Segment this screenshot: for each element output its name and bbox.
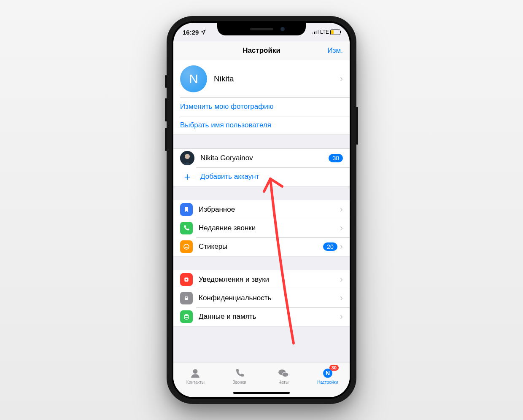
tab-chats[interactable]: Чаты [262, 363, 306, 389]
screen: 16:29 LTE Настройки Изм. N Nikita › [173, 23, 350, 397]
edit-button[interactable]: Изм. [328, 46, 343, 55]
add-account-button[interactable]: + Добавить аккаунт [173, 167, 350, 186]
tab-contacts[interactable]: Контакты [173, 363, 218, 389]
svg-rect-5 [185, 298, 188, 300]
calls-icon [234, 367, 245, 379]
notifications-icon [180, 273, 193, 286]
svg-point-4 [186, 279, 187, 280]
chevron-right-icon: › [337, 311, 343, 322]
plus-icon: + [180, 170, 194, 184]
nav-title: Настройки [243, 46, 280, 55]
profile-row[interactable]: N Nikita › [173, 60, 350, 97]
stickers-badge: 20 [323, 242, 337, 251]
profile-name: Nikita [214, 74, 337, 83]
other-account-row[interactable]: Nikita Goryainov 30 [173, 149, 350, 167]
recent-calls-row[interactable]: Недавние звонки › [173, 219, 350, 237]
phone-icon [180, 222, 193, 234]
chevron-right-icon: › [337, 223, 343, 234]
lock-icon [180, 292, 193, 304]
database-icon [180, 310, 193, 323]
avatar: N [180, 65, 207, 92]
settings-badge: 30 [329, 365, 339, 371]
notch [217, 23, 306, 35]
svg-point-6 [184, 314, 188, 316]
svg-text:N: N [326, 370, 330, 377]
data-storage-row[interactable]: Данные и память › [173, 307, 350, 326]
saved-messages-row[interactable]: Избранное › [173, 200, 350, 219]
phone-frame: 16:29 LTE Настройки Изм. N Nikita › [167, 16, 356, 404]
svg-point-7 [193, 369, 198, 374]
chats-icon [278, 367, 289, 379]
sticker-icon [180, 240, 193, 253]
signal-icon [312, 30, 319, 34]
home-indicator[interactable] [233, 392, 290, 394]
account-name: Nikita Goryainov [200, 154, 329, 162]
chevron-right-icon: › [337, 293, 343, 304]
status-time: 16:29 [183, 29, 199, 36]
battery-icon [330, 30, 340, 35]
notifications-row[interactable]: Уведомления и звуки › [173, 270, 350, 289]
settings-content[interactable]: N Nikita › Изменить мою фотографию Выбра… [173, 60, 350, 363]
svg-point-2 [184, 244, 189, 249]
stickers-row[interactable]: Стикеры 20 › [173, 237, 350, 256]
tab-calls[interactable]: Звонки [218, 363, 262, 389]
chevron-right-icon: › [337, 241, 343, 252]
carrier-label: LTE [320, 29, 329, 35]
account-avatar [180, 151, 194, 165]
svg-point-9 [282, 372, 288, 377]
account-badge: 30 [329, 154, 343, 162]
chevron-right-icon: › [337, 204, 343, 215]
change-photo-button[interactable]: Изменить мою фотографию [173, 97, 350, 116]
svg-point-1 [185, 154, 190, 159]
chevron-right-icon: › [337, 73, 343, 84]
tab-settings[interactable]: N 30 Настройки [306, 363, 350, 389]
nav-bar: Настройки Изм. [173, 41, 350, 60]
privacy-row[interactable]: Конфиденциальность › [173, 289, 350, 307]
bookmark-icon [180, 203, 193, 216]
choose-username-button[interactable]: Выбрать имя пользователя [173, 116, 350, 135]
chevron-right-icon: › [337, 274, 343, 285]
location-icon [201, 29, 206, 36]
contacts-icon [189, 367, 201, 379]
